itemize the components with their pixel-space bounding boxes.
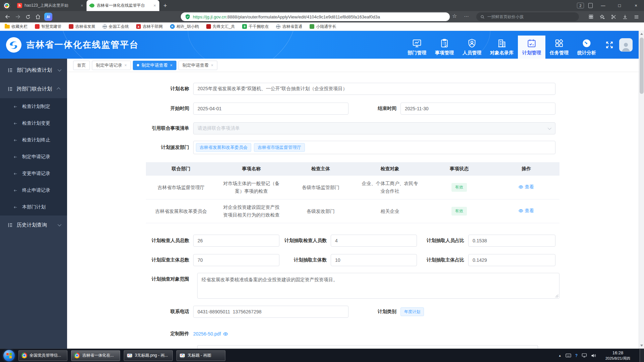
bookmark-item[interactable]: K相许_胡小鸥 xyxy=(170,24,199,29)
bookmark-item[interactable]: 先锋文汇_共 xyxy=(206,24,235,29)
nav-item-statistics[interactable]: 统计分析 xyxy=(573,36,600,59)
page-tab-formulate-view-active[interactable]: 制定申请查看 × xyxy=(133,61,176,70)
home-icon[interactable] xyxy=(33,12,43,21)
bookmark-item[interactable]: 吉林省普通 xyxy=(276,24,302,29)
total-subjects-input[interactable]: 70 xyxy=(193,254,279,266)
sidebar-item-cross-dept-plan[interactable]: 跨部门联合计划 xyxy=(0,79,67,98)
reading-list-icon[interactable] xyxy=(588,3,593,8)
scroll-up-arrow-icon[interactable] xyxy=(640,33,643,35)
tab-close-icon[interactable]: × xyxy=(153,3,156,8)
close-icon[interactable]: × xyxy=(170,63,172,68)
end-time-input[interactable]: 2025-11-30 xyxy=(400,103,555,115)
sidebar-item-plan-terminate[interactable]: 检查计划终止 xyxy=(0,132,67,148)
bookmark-item[interactable]: ▲吉林干部网 xyxy=(136,24,163,29)
taskbar-button-paint-untitled[interactable]: 无标题 - 画图 xyxy=(176,350,225,361)
apps-grid-icon[interactable] xyxy=(588,14,594,19)
sidebar-item-plan-change[interactable]: 检查计划变更 xyxy=(0,115,67,132)
nav-item-task[interactable]: 任务管理 xyxy=(545,36,573,59)
subject-ratio-input[interactable]: 0.1429 xyxy=(468,254,555,266)
inspector-ratio-input[interactable]: 0.1538 xyxy=(468,235,555,247)
browser-tab-hao123[interactable]: h hao123_上网从这里开始 × xyxy=(14,0,87,11)
sidebar-item-formulate-records[interactable]: 制定申请记录 xyxy=(0,148,67,165)
bookmark-folder[interactable]: 收藏夹栏 xyxy=(5,24,28,29)
tab-close-icon[interactable]: × xyxy=(80,3,83,8)
url-more-icon[interactable]: … xyxy=(464,12,469,18)
sampled-inspectors-input[interactable]: 4 xyxy=(331,235,417,247)
start-button[interactable] xyxy=(3,350,15,361)
monitor-chart-icon xyxy=(412,38,422,48)
monitor-tray-icon[interactable] xyxy=(582,353,587,358)
close-icon[interactable]: × xyxy=(211,63,213,68)
volume-icon[interactable] xyxy=(591,353,596,358)
scope-textarea[interactable]: 经省发展改革委核准或备案的企业投资建设的固定资产投资项目。 xyxy=(197,273,559,299)
window-maximize-button[interactable]: □ xyxy=(613,0,626,11)
forward-icon[interactable] xyxy=(13,12,23,21)
taskbar-clock[interactable]: 16:28 2025/8/21/周四 xyxy=(600,350,636,361)
downloads-icon[interactable] xyxy=(622,14,628,20)
bookmark-item[interactable]: 智慧党建管 xyxy=(35,24,61,29)
bookmark-item[interactable]: 9千千阙歌在 xyxy=(242,24,269,29)
bookmark-item[interactable]: 小陆通学长 xyxy=(310,24,336,29)
scroll-down-arrow-icon[interactable] xyxy=(640,345,643,347)
bookmark-item[interactable]: 全国工会统 xyxy=(103,24,129,29)
nav-item-directory[interactable]: 对象名录库 xyxy=(486,36,518,59)
url-field[interactable]: https://jg.jl.gov.cn:8888/plan/outer/for… xyxy=(181,12,450,21)
ref-list-select[interactable]: 请选择联合事项清单 xyxy=(193,122,555,134)
tab-count-badge[interactable]: 2 xyxy=(577,3,584,8)
favorites-add-icon[interactable] xyxy=(599,14,605,20)
sampled-subjects-input[interactable]: 10 xyxy=(331,254,417,266)
nav-item-department[interactable]: 部门管理 xyxy=(403,36,431,59)
taskbar-button-party-system[interactable]: 全国党员管理信... xyxy=(18,350,67,361)
dept-tag[interactable]: 吉林省发展和改革委员会 xyxy=(196,143,251,152)
nav-item-personnel[interactable]: 人员管理 xyxy=(458,36,486,59)
back-icon[interactable] xyxy=(3,12,13,21)
keyboard-icon[interactable] xyxy=(566,353,571,358)
sidebar-item-terminate-records[interactable]: 终止申请记录 xyxy=(0,182,67,199)
page-tab-formulate-records[interactable]: 制定申请记录 × xyxy=(92,61,131,70)
start-time-input[interactable]: 2025-04-01 xyxy=(193,103,348,115)
page-scrollbar[interactable] xyxy=(639,31,644,349)
screenshot-scissors-icon[interactable] xyxy=(611,14,616,20)
sidebar-item-own-dept-plan[interactable]: 本部门计划 xyxy=(0,199,67,216)
dispatch-dept-box[interactable]: 吉林省发展和改革委员会 吉林省市场监督管理厅 xyxy=(193,141,555,154)
page-tab-home[interactable]: 首页 xyxy=(73,61,90,70)
dept-tag[interactable]: 吉林省市场监督管理厅 xyxy=(254,143,305,152)
browser-search-box[interactable]: 一招鲜首页砍价小孩 xyxy=(476,12,579,21)
reload-icon[interactable] xyxy=(23,12,33,21)
col-header: 联合部门 xyxy=(146,162,216,176)
total-inspectors-input[interactable]: 26 xyxy=(193,235,279,247)
attachment-link[interactable]: 20256-50.pdf xyxy=(193,331,228,337)
scrollbar-thumb[interactable] xyxy=(640,38,644,94)
page-tab-formulate-view[interactable]: 制定申请查看 × xyxy=(178,61,217,70)
plan-name-input[interactable]: 2025年度省发展改革委“双随机、一公开”联合抽查计划（企业投资项目） xyxy=(193,83,555,95)
taskbar-button-platform[interactable]: 吉林省一体化在... xyxy=(71,350,120,361)
active-dot xyxy=(137,64,139,66)
sidebar-item-change-records[interactable]: 变更申请记录 xyxy=(0,165,67,182)
nav-item-matters[interactable]: 事项管理 xyxy=(431,36,458,59)
new-tab-button[interactable]: + xyxy=(163,2,167,9)
tray-expand-icon[interactable]: ▲ xyxy=(558,354,561,357)
close-icon[interactable]: × xyxy=(124,63,127,68)
field-label: 计划名称 xyxy=(127,86,193,92)
bookmark-item[interactable]: 吉林省发展 xyxy=(69,24,95,29)
show-desktop-button[interactable] xyxy=(640,349,644,362)
phone-input[interactable]: 0431-88905011 13756267298 xyxy=(193,306,348,318)
sidebar-item-history-query[interactable]: 历史计划查询 xyxy=(0,216,67,234)
ai-assistant-button[interactable]: AI xyxy=(44,13,52,21)
browser-tab-platform[interactable]: 吉林省一体化在线监管平台 × xyxy=(87,0,159,11)
sidebar-item-dept-plan[interactable]: 部门内检查计划 xyxy=(0,61,67,79)
menu-icon[interactable] xyxy=(634,14,639,20)
view-link[interactable]: 查看 xyxy=(519,183,534,191)
nav-item-plan[interactable]: 计划管理 xyxy=(518,36,545,59)
user-avatar[interactable] xyxy=(619,38,633,52)
sidebar-item-plan-formulate[interactable]: 检查计划制定 xyxy=(0,98,67,115)
view-link[interactable]: 查看 xyxy=(519,207,534,215)
window-close-button[interactable]: × xyxy=(630,0,642,11)
browser-logo[interactable] xyxy=(3,2,10,9)
fullscreen-icon[interactable] xyxy=(605,41,614,49)
window-minimize-button[interactable]: — xyxy=(597,0,609,11)
bookmark-star-icon[interactable]: ☆ xyxy=(452,13,457,19)
cell-target: 企业、个体工商户、农民专业合作社 xyxy=(355,176,425,199)
taskbar-button-paint-png[interactable]: 3无标题.png - 画... xyxy=(124,350,173,361)
help-tray-icon[interactable]: ? xyxy=(575,353,578,358)
